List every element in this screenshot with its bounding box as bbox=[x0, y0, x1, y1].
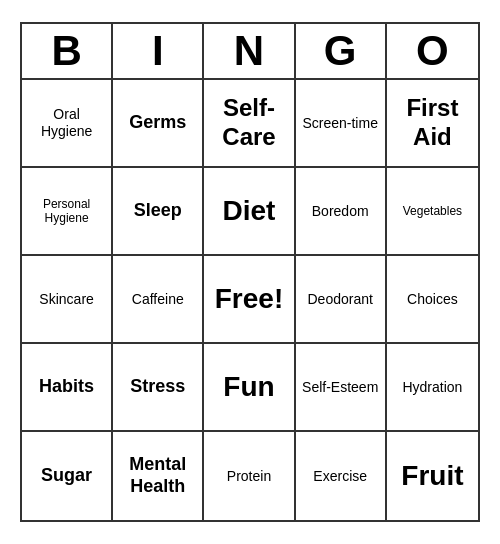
bingo-cell: Fruit bbox=[387, 432, 478, 520]
bingo-cell: Free! bbox=[204, 256, 295, 344]
bingo-cell: Stress bbox=[113, 344, 204, 432]
bingo-cell: Germs bbox=[113, 80, 204, 168]
header-letter: G bbox=[296, 24, 387, 78]
bingo-grid: Oral HygieneGermsSelf-CareScreen-timeFir… bbox=[22, 80, 478, 520]
bingo-cell: Sugar bbox=[22, 432, 113, 520]
bingo-header: BINGO bbox=[22, 24, 478, 80]
header-letter: I bbox=[113, 24, 204, 78]
bingo-cell: Skincare bbox=[22, 256, 113, 344]
bingo-cell: First Aid bbox=[387, 80, 478, 168]
bingo-cell: Habits bbox=[22, 344, 113, 432]
bingo-cell: Hydration bbox=[387, 344, 478, 432]
header-letter: B bbox=[22, 24, 113, 78]
bingo-cell: Sleep bbox=[113, 168, 204, 256]
bingo-cell: Caffeine bbox=[113, 256, 204, 344]
header-letter: N bbox=[204, 24, 295, 78]
bingo-cell: Self-Esteem bbox=[296, 344, 387, 432]
bingo-card: BINGO Oral HygieneGermsSelf-CareScreen-t… bbox=[20, 22, 480, 522]
header-letter: O bbox=[387, 24, 478, 78]
bingo-cell: Screen-time bbox=[296, 80, 387, 168]
bingo-cell: Exercise bbox=[296, 432, 387, 520]
bingo-cell: Boredom bbox=[296, 168, 387, 256]
bingo-cell: Choices bbox=[387, 256, 478, 344]
bingo-cell: Vegetables bbox=[387, 168, 478, 256]
bingo-cell: Deodorant bbox=[296, 256, 387, 344]
bingo-cell: Oral Hygiene bbox=[22, 80, 113, 168]
bingo-cell: Fun bbox=[204, 344, 295, 432]
bingo-cell: Self-Care bbox=[204, 80, 295, 168]
bingo-cell: Diet bbox=[204, 168, 295, 256]
bingo-cell: Mental Health bbox=[113, 432, 204, 520]
bingo-cell: Personal Hygiene bbox=[22, 168, 113, 256]
bingo-cell: Protein bbox=[204, 432, 295, 520]
